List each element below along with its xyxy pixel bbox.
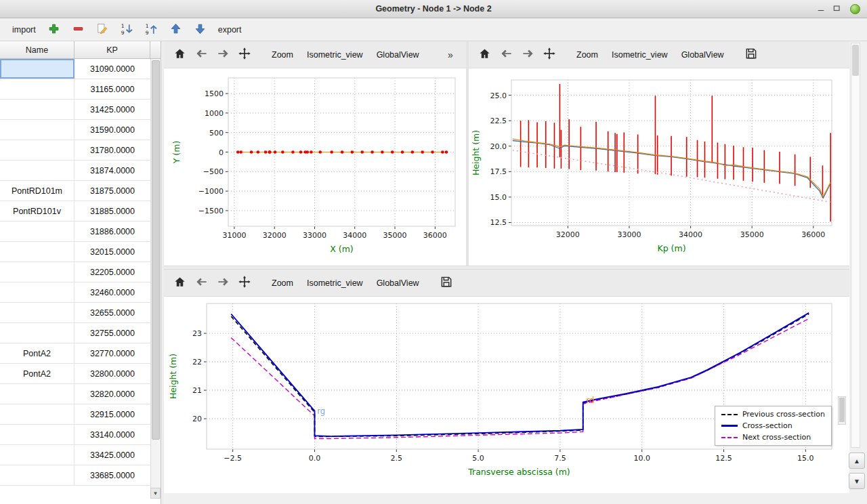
column-header-name[interactable]: Name <box>0 41 75 58</box>
name-cell[interactable] <box>0 465 75 485</box>
forward-button[interactable] <box>213 273 233 293</box>
export-label[interactable]: export <box>215 25 245 35</box>
name-cell[interactable]: PontRD101m <box>0 181 75 201</box>
name-cell[interactable] <box>0 303 75 322</box>
zoom-button[interactable]: Zoom <box>266 45 299 65</box>
name-cell[interactable] <box>0 140 75 160</box>
save-button[interactable] <box>741 45 761 65</box>
table-scrollbar-thumb[interactable] <box>152 60 160 440</box>
zoom-button[interactable]: Zoom <box>266 273 299 293</box>
kp-cell[interactable]: 31780.0000 <box>75 140 150 160</box>
table-row[interactable]: 31165.0000 <box>0 79 150 100</box>
kp-cell[interactable]: 31874.0000 <box>75 161 150 180</box>
kp-cell[interactable]: 33685.0000 <box>75 465 150 485</box>
table-row[interactable]: PontRD101v31885.0000 <box>0 201 150 222</box>
table-row[interactable]: 32015.0000 <box>0 242 150 262</box>
window-scrollbar[interactable] <box>851 43 860 448</box>
home-button[interactable] <box>474 45 494 65</box>
table-row[interactable]: 33425.0000 <box>0 445 150 465</box>
name-cell[interactable]: PontRD101v <box>0 201 75 221</box>
forward-button[interactable] <box>517 45 538 65</box>
sort-descending-button[interactable]: 1 9 <box>118 21 136 39</box>
minimize-button[interactable]: – <box>818 4 824 14</box>
save-button[interactable] <box>436 273 457 293</box>
move-down-button[interactable] <box>191 21 209 39</box>
kp-cell[interactable]: 32915.0000 <box>75 404 150 424</box>
name-cell[interactable] <box>0 323 75 343</box>
name-cell[interactable] <box>0 282 75 302</box>
cross-section-plot[interactable]: −2.50.02.55.07.510.012.515.020212223rgrd… <box>164 297 849 493</box>
global-view-button[interactable]: GlobalView <box>371 273 425 293</box>
forward-button[interactable] <box>213 45 233 65</box>
pan-button[interactable] <box>234 45 255 65</box>
kp-cell[interactable]: 31590.0000 <box>75 120 150 140</box>
table-row[interactable]: 32205.0000 <box>0 262 150 282</box>
table-scroll-down-button[interactable]: ▼ <box>150 488 161 499</box>
pan-button[interactable] <box>234 273 255 293</box>
pan-button[interactable] <box>539 45 559 65</box>
name-cell[interactable] <box>0 404 75 424</box>
kp-cell[interactable]: 32015.0000 <box>75 242 150 261</box>
kp-cell[interactable]: 31165.0000 <box>75 79 150 99</box>
home-button[interactable] <box>169 273 190 293</box>
home-button[interactable] <box>169 45 190 65</box>
name-cell[interactable] <box>0 242 75 261</box>
profile-plot[interactable]: 320003300034000350003600012.515.017.520.… <box>469 68 849 266</box>
kp-cell[interactable]: 32820.0000 <box>75 384 150 404</box>
name-cell[interactable] <box>0 222 75 241</box>
scroll-up-button[interactable]: ▲ <box>849 453 865 469</box>
table-row[interactable]: 31090.0000 <box>0 59 150 79</box>
table-row[interactable]: 32755.0000 <box>0 323 150 343</box>
restore-button[interactable] <box>832 4 841 14</box>
name-cell[interactable] <box>0 161 75 180</box>
edit-button[interactable] <box>93 21 112 39</box>
kp-cell[interactable]: 32770.0000 <box>75 343 150 363</box>
table-scrollbar[interactable] <box>150 59 161 488</box>
table-row[interactable]: 31886.0000 <box>0 222 150 242</box>
table-row[interactable]: PontRD101m31875.0000 <box>0 181 150 201</box>
kp-cell[interactable]: 32755.0000 <box>75 323 150 343</box>
add-button[interactable] <box>45 21 63 39</box>
toolbar-overflow-button[interactable]: » <box>440 45 461 65</box>
name-cell[interactable]: PontA2 <box>0 343 75 363</box>
name-cell[interactable] <box>0 384 75 404</box>
name-cell[interactable] <box>0 120 75 140</box>
sort-ascending-button[interactable]: 1 9 <box>142 21 161 39</box>
bottom-panel-scrollbar[interactable] <box>838 396 846 425</box>
kp-cell[interactable]: 31875.0000 <box>75 181 150 201</box>
kp-cell[interactable]: 31885.0000 <box>75 201 150 221</box>
isometric-view-button[interactable]: Isometric_view <box>606 45 674 65</box>
back-button[interactable] <box>191 45 211 65</box>
column-header-kp[interactable]: KP <box>75 41 150 58</box>
remove-button[interactable] <box>69 21 87 39</box>
kp-cell[interactable]: 33140.0000 <box>75 425 150 444</box>
kp-cell[interactable]: 32655.0000 <box>75 303 150 322</box>
global-view-button[interactable]: GlobalView <box>675 45 730 65</box>
plan-view-plot[interactable]: 310003200033000340003500036000−1500−1000… <box>164 68 466 266</box>
kp-cell[interactable]: 33425.0000 <box>75 445 150 465</box>
table-row[interactable]: 32460.0000 <box>0 282 150 303</box>
kp-cell[interactable]: 32800.0000 <box>75 364 150 383</box>
bottom-panel-scrollbar-thumb[interactable] <box>839 398 845 422</box>
name-cell[interactable] <box>0 59 75 79</box>
close-button[interactable] <box>850 4 860 14</box>
kp-cell[interactable]: 32205.0000 <box>75 262 150 282</box>
zoom-button[interactable]: Zoom <box>570 45 604 65</box>
table-row[interactable]: 33685.0000 <box>0 465 150 486</box>
name-cell[interactable] <box>0 100 75 119</box>
table-row[interactable]: 31590.0000 <box>0 120 150 140</box>
back-button[interactable] <box>191 273 211 293</box>
global-view-button[interactable]: GlobalView <box>371 45 425 65</box>
window-scrollbar-thumb[interactable] <box>852 45 859 76</box>
kp-cell[interactable]: 31425.0000 <box>75 100 150 119</box>
back-button[interactable] <box>496 45 516 65</box>
table-row[interactable]: PontA232800.0000 <box>0 364 150 384</box>
table-row[interactable]: 31425.0000 <box>0 100 150 120</box>
kp-cell[interactable]: 31090.0000 <box>75 59 150 79</box>
name-cell[interactable] <box>0 262 75 282</box>
kp-cell[interactable]: 31886.0000 <box>75 222 150 241</box>
kp-cell[interactable]: 32460.0000 <box>75 282 150 302</box>
import-label[interactable]: import <box>9 25 39 35</box>
isometric-view-button[interactable]: Isometric_view <box>301 45 369 65</box>
name-cell[interactable] <box>0 425 75 444</box>
